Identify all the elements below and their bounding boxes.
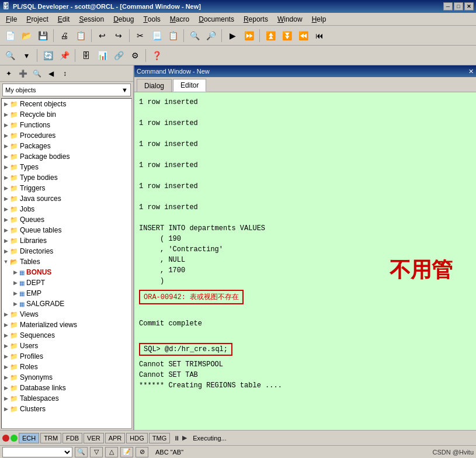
menu-help[interactable]: Help: [307, 13, 331, 25]
status-tab-trm[interactable]: TRM: [40, 433, 61, 443]
status-tab-hdg[interactable]: HDG: [126, 433, 147, 443]
tree-item-emp[interactable]: ▶ ▦ EMP: [11, 288, 131, 299]
status-tab-apr[interactable]: APR: [105, 433, 126, 443]
cmd-output[interactable]: 1 row inserted 1 row inserted 1 row inse…: [134, 92, 476, 430]
pause-icon[interactable]: ⏸: [173, 435, 180, 442]
expand-icon: ▶: [2, 196, 10, 202]
menu-file[interactable]: File: [1, 13, 22, 25]
minimize-button[interactable]: ─: [443, 2, 453, 11]
exec5-button[interactable]: ⏪: [296, 28, 311, 43]
schema-dropdown[interactable]: [2, 447, 72, 457]
expand-icon: ▶: [11, 301, 19, 307]
tree-item-salgrade[interactable]: ▶ ▦ SALGRADE: [11, 299, 131, 309]
tree-item-sequences[interactable]: ▶ 📁 Sequences: [2, 330, 131, 341]
print-button[interactable]: 🖨: [57, 28, 72, 43]
tree-item-jobs[interactable]: ▶ 📁 Jobs: [2, 204, 131, 214]
tree-item-db-links[interactable]: ▶ 📁 Database links: [2, 383, 131, 393]
bottom-arrow-down[interactable]: ▽: [90, 447, 103, 457]
close-button[interactable]: ✕: [464, 2, 474, 11]
cut-button[interactable]: ✂: [133, 28, 148, 43]
tree-item-java-sources[interactable]: ▶ 📁 Java sources: [2, 193, 131, 204]
tree-item-dept[interactable]: ▶ ▦ DEPT: [11, 277, 131, 288]
bottom-filter-btn[interactable]: ⊘: [135, 447, 148, 457]
objects-dropdown[interactable]: My objects ▼: [2, 84, 131, 96]
exec3-button[interactable]: ⏫: [263, 28, 278, 43]
menu-session[interactable]: Session: [74, 13, 109, 25]
paste-button[interactable]: 📋: [165, 28, 180, 43]
tree-item-queues[interactable]: ▶ 📁 Queues: [2, 214, 131, 225]
tree-item-matviews[interactable]: ▶ 📁 Materialized views: [2, 320, 131, 330]
find-button[interactable]: 🔍: [187, 28, 202, 43]
tree-item-recycle[interactable]: ▶ 📁 Recycle bin: [2, 109, 131, 120]
expand-icon: ▶: [2, 343, 10, 349]
exec2-button[interactable]: ⏩: [241, 28, 256, 43]
tree-item-recent[interactable]: ▶ 📁 Recent objects: [2, 99, 131, 109]
tab-editor[interactable]: Editor: [173, 79, 206, 92]
tree-item-queue-tables[interactable]: ▶ 📁 Queue tables: [2, 225, 131, 235]
pin-button[interactable]: 📌: [57, 48, 72, 63]
cmd-close-icon[interactable]: ✕: [468, 68, 474, 75]
status-tab-tmg[interactable]: TMG: [149, 433, 170, 443]
tree-item-views[interactable]: ▶ 📁 Views: [2, 309, 131, 320]
menu-tools[interactable]: Tools: [139, 13, 165, 25]
status-tab-ech[interactable]: ECH: [19, 433, 39, 443]
tree-item-types[interactable]: ▶ 📁 Types: [2, 162, 131, 172]
play-btn[interactable]: ▶: [182, 434, 187, 442]
status-tab-ver[interactable]: VER: [84, 433, 104, 443]
connect4-button[interactable]: ⚙: [127, 48, 143, 63]
filter-button[interactable]: ▾: [19, 48, 34, 63]
tree-label: Functions: [20, 121, 50, 129]
tree-item-bonus[interactable]: ▶ ▦ BONUS: [11, 267, 131, 277]
exec6-button[interactable]: ⏮: [312, 28, 327, 43]
copy-button[interactable]: 📃: [149, 28, 164, 43]
bottom-edit-btn[interactable]: 📝: [120, 447, 133, 457]
tree-item-procedures[interactable]: ▶ 📁 Procedures: [2, 130, 131, 141]
menu-window[interactable]: Window: [273, 13, 307, 25]
tree-item-tables[interactable]: ▼ 📂 Tables: [2, 256, 131, 267]
new-button[interactable]: 📄: [2, 28, 18, 43]
menu-debug[interactable]: Debug: [109, 13, 138, 25]
exec4-button[interactable]: ⏬: [279, 28, 294, 43]
bottom-arrow-up[interactable]: △: [105, 447, 118, 457]
refresh-button[interactable]: 🔄: [40, 48, 55, 63]
tree-item-users[interactable]: ▶ 📁 Users: [2, 341, 131, 351]
tab-dialog[interactable]: Dialog: [137, 79, 172, 92]
tree-item-tablespaces[interactable]: ▶ 📁 Tablespaces: [2, 393, 131, 404]
connect-button[interactable]: 🗄: [78, 48, 93, 63]
connect2-button[interactable]: 📊: [95, 48, 110, 63]
tree-item-profiles[interactable]: ▶ 📁 Profiles: [2, 351, 131, 362]
tree-item-synonyms[interactable]: ▶ 📁 Synonyms: [2, 372, 131, 383]
tree-item-functions[interactable]: ▶ 📁 Functions: [2, 120, 131, 130]
tree-item-packages[interactable]: ▶ 📁 Packages: [2, 141, 131, 151]
tree-item-directories[interactable]: ▶ 📁 Directories: [2, 246, 131, 256]
left-filter-btn[interactable]: ◀: [44, 67, 57, 80]
menu-reports[interactable]: Reports: [239, 13, 273, 25]
menu-edit[interactable]: Edit: [53, 13, 75, 25]
connect3-button[interactable]: 🔗: [111, 48, 126, 63]
open-button[interactable]: 📂: [19, 28, 34, 43]
menu-documents[interactable]: Documents: [194, 13, 239, 25]
redo-button[interactable]: ↪: [111, 28, 126, 43]
menu-macro[interactable]: Macro: [165, 13, 194, 25]
print-preview-button[interactable]: 📋: [73, 28, 88, 43]
tree-item-package-bodies[interactable]: ▶ 📁 Package bodies: [2, 151, 131, 162]
find2-button[interactable]: 🔎: [203, 28, 218, 43]
left-refresh-btn[interactable]: ↕: [58, 67, 71, 80]
left-new-btn[interactable]: ✦: [2, 67, 15, 80]
zoom-button[interactable]: 🔍: [2, 48, 18, 63]
tree-item-clusters[interactable]: ▶ 📁 Clusters: [2, 404, 131, 414]
maximize-button[interactable]: □: [454, 2, 463, 11]
undo-button[interactable]: ↩: [95, 28, 110, 43]
left-add-btn[interactable]: ➕: [16, 67, 29, 80]
help-button[interactable]: ❓: [149, 48, 164, 63]
menu-project[interactable]: Project: [22, 13, 53, 25]
status-tab-fdb[interactable]: FDB: [62, 433, 82, 443]
left-find-btn[interactable]: 🔍: [30, 67, 43, 80]
tree-item-triggers[interactable]: ▶ 📁 Triggers: [2, 183, 131, 193]
tree-item-libraries[interactable]: ▶ 📁 Libraries: [2, 235, 131, 246]
tree-item-roles[interactable]: ▶ 📁 Roles: [2, 362, 131, 372]
save-button[interactable]: 💾: [35, 28, 50, 43]
bottom-find-btn[interactable]: 🔍: [75, 447, 88, 457]
exec1-button[interactable]: ▶: [225, 28, 240, 43]
tree-item-type-bodies[interactable]: ▶ 📁 Type bodies: [2, 172, 131, 183]
